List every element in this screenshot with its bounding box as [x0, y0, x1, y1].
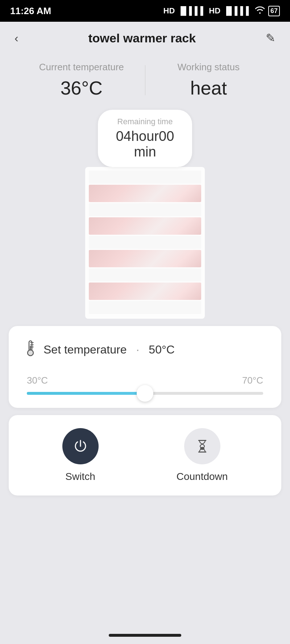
current-temp-value: 36°C	[18, 77, 145, 99]
slider-min-label: 30°C	[27, 375, 48, 386]
power-icon	[72, 438, 89, 455]
page-title: towel warmer rack	[88, 31, 196, 45]
towel-1	[89, 185, 201, 202]
info-section: Current temperature 36°C Working status …	[0, 54, 290, 110]
back-button[interactable]: ‹	[12, 29, 21, 48]
current-temp-label: Current temperature	[18, 62, 145, 73]
rack-bar-4	[89, 268, 201, 281]
controls-card: Switch Countdown	[9, 415, 281, 495]
header: ‹ towel warmer rack ✎	[0, 22, 290, 54]
working-status-value: heat	[145, 77, 272, 99]
temperature-card: Set temperature · 50°C 30°C 70°C	[9, 326, 281, 408]
hd-label: HD	[163, 6, 175, 16]
remaining-time-container: Remaining time 04hour00 min	[0, 110, 290, 167]
temp-slider-container[interactable]: 30°C 70°C	[23, 375, 267, 395]
slider-labels: 30°C 70°C	[27, 375, 263, 386]
home-bar	[109, 634, 181, 637]
rack-bar-3	[89, 236, 201, 249]
rack-bar-2	[89, 203, 201, 216]
switch-label: Switch	[65, 471, 95, 482]
working-status-block: Working status heat	[145, 62, 272, 99]
switch-button[interactable]: Switch	[62, 428, 99, 482]
remaining-time-value: 04hour00 min	[116, 129, 174, 160]
rack-bar-1	[89, 171, 201, 184]
thermometer-icon	[23, 339, 38, 360]
rack-bar-5	[89, 301, 201, 314]
hourglass-icon	[194, 438, 210, 454]
edit-button[interactable]: ✎	[263, 28, 278, 48]
time-display: 11:26 AM	[10, 5, 51, 17]
towel-rack-visual	[83, 167, 207, 319]
remaining-time-bubble: Remaining time 04hour00 min	[98, 110, 192, 167]
countdown-icon-circle	[184, 428, 220, 464]
svg-point-6	[200, 447, 204, 450]
slider-track[interactable]	[27, 392, 263, 395]
temp-card-header: Set temperature · 50°C	[23, 339, 267, 360]
hd-label2: HD	[209, 6, 220, 16]
set-temp-value: 50°C	[149, 343, 175, 356]
remaining-time-label: Remaining time	[116, 117, 174, 126]
status-bar: 11:26 AM HD ▐▌▌▌▌ HD ▐▌▌▌▌ 67	[0, 0, 290, 22]
towel-3	[89, 250, 201, 267]
temp-dot: ·	[136, 343, 139, 356]
working-status-label: Working status	[145, 62, 272, 73]
slider-fill	[27, 392, 145, 395]
countdown-button[interactable]: Countdown	[177, 428, 228, 482]
towel-4	[89, 283, 201, 300]
wifi-icon	[254, 6, 265, 16]
slider-thumb[interactable]	[137, 385, 153, 402]
signal-bars2: ▐▌▌▌▌	[223, 6, 252, 16]
status-icons: HD ▐▌▌▌▌ HD ▐▌▌▌▌ 67	[163, 6, 280, 16]
slider-max-label: 70°C	[242, 375, 263, 386]
signal-bars: ▐▌▌▌▌	[178, 6, 206, 16]
svg-point-4	[28, 350, 33, 356]
switch-icon-circle	[62, 428, 99, 464]
countdown-label: Countdown	[177, 471, 228, 482]
battery-icon: 67	[268, 6, 280, 16]
current-temp-block: Current temperature 36°C	[18, 62, 145, 99]
set-temp-label: Set temperature	[44, 343, 127, 356]
towel-2	[89, 217, 201, 235]
